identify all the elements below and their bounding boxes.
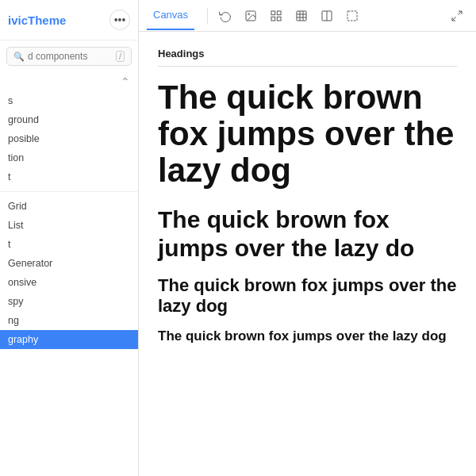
toolbar: Canvas: [139, 0, 476, 32]
selection-icon: [346, 10, 359, 22]
sidebar: ivicTheme ••• 🔍 / ⌃ s ground posible tio…: [0, 0, 139, 476]
refresh-button[interactable]: [214, 5, 236, 27]
svg-rect-2: [271, 11, 275, 15]
grid-icon: [270, 10, 282, 22]
image-button[interactable]: [240, 5, 262, 27]
svg-rect-4: [271, 17, 275, 21]
sidebar-more-button[interactable]: •••: [109, 10, 130, 30]
svg-rect-13: [347, 11, 357, 21]
sidebar-item[interactable]: t: [0, 235, 138, 254]
search-slash-badge: /: [116, 51, 125, 62]
svg-point-1: [248, 13, 250, 14]
sidebar-item[interactable]: List: [0, 216, 138, 235]
sidebar-item[interactable]: ng: [0, 311, 138, 330]
refresh-icon: [219, 10, 232, 22]
sidebar-item[interactable]: t: [0, 167, 138, 186]
grid-button[interactable]: [265, 5, 287, 27]
heading-h2: The quick brown fox jumps over the lazy …: [158, 205, 457, 263]
canvas-area: Headings The quick brown fox jumps over …: [139, 32, 476, 476]
sidebar-item[interactable]: Grid: [0, 197, 138, 216]
columns-icon: [321, 10, 333, 22]
heading-h1: The quick brown fox jumps over the lazy …: [158, 79, 457, 190]
sidebar-logo: ivicTheme: [8, 13, 66, 27]
sidebar-search-bar[interactable]: 🔍 /: [6, 47, 132, 66]
sidebar-item[interactable]: Generator: [0, 254, 138, 273]
table-icon: [295, 10, 308, 22]
heading-h4: The quick brown fox jumps over the lazy …: [158, 328, 457, 345]
expand-button[interactable]: [446, 5, 468, 27]
selection-button[interactable]: [341, 5, 363, 27]
sidebar-item[interactable]: ground: [0, 110, 138, 129]
tab-canvas[interactable]: Canvas: [147, 1, 194, 30]
collapse-icon[interactable]: ⌃: [121, 75, 130, 88]
sidebar-item-typography[interactable]: graphy: [0, 330, 138, 349]
main-panel: Canvas: [139, 0, 476, 476]
sidebar-header: ivicTheme •••: [0, 0, 138, 40]
toolbar-divider: [207, 8, 208, 24]
svg-rect-5: [277, 17, 281, 21]
section-heading: Headings: [158, 48, 457, 67]
sidebar-item[interactable]: s: [0, 91, 138, 110]
svg-line-15: [452, 17, 456, 21]
search-input[interactable]: [28, 51, 116, 62]
sidebar-item[interactable]: spy: [0, 292, 138, 311]
expand-icon: [451, 10, 463, 22]
sidebar-item[interactable]: posible: [0, 129, 138, 148]
sidebar-item[interactable]: onsive: [0, 273, 138, 292]
columns-button[interactable]: [316, 5, 338, 27]
svg-rect-3: [277, 11, 281, 15]
sidebar-item[interactable]: tion: [0, 148, 138, 167]
svg-rect-6: [297, 11, 306, 21]
table-button[interactable]: [290, 5, 313, 27]
search-icon: 🔍: [13, 52, 25, 62]
heading-h3: The quick brown fox jumps over the lazy …: [158, 275, 457, 317]
sidebar-divider: [0, 191, 138, 192]
image-icon: [244, 10, 257, 22]
sidebar-collapse-section: ⌃: [0, 72, 138, 91]
svg-line-14: [458, 11, 462, 15]
sidebar-nav: s ground posible tion t Grid List t Gene…: [0, 91, 138, 476]
